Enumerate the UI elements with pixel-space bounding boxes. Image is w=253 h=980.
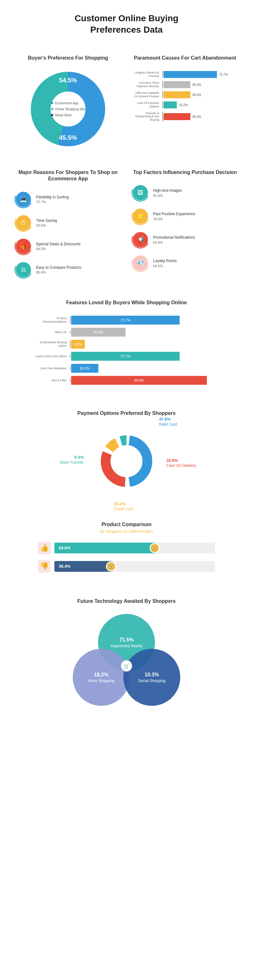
- hbar-label: Product Recommendations: [33, 317, 71, 324]
- icon-row: ⚖Easy to Compare Products36.4%: [16, 262, 120, 277]
- pay-name: Credit Card: [114, 507, 133, 512]
- ring-icon: [12, 188, 35, 211]
- hbar-track: 36.4%: [163, 91, 237, 98]
- hbar-fill: 36.4%: [163, 91, 190, 98]
- payment-section: Payment Options Preferred By Shoppers 47…: [16, 410, 237, 496]
- icon-row: 🖼High-end Images81.8%: [133, 185, 237, 200]
- icon-text: Loyalty Points54.5%: [153, 259, 237, 267]
- hbar-label: Concerns About Payment Security: [133, 81, 163, 88]
- legend-item: Online Shopping Site: [51, 106, 85, 112]
- ring-icon: [129, 181, 152, 204]
- bar-fill: 63.6% 🛒: [54, 542, 157, 554]
- legend-label: Ecommerce App: [55, 100, 78, 106]
- reasons-list: 💻Flexibility in Surfing72.7%⏱Time Saving…: [16, 192, 120, 277]
- venn-circle-social: 10.3% Social Shopping: [123, 649, 180, 706]
- pay-name: Debit Card: [159, 422, 177, 427]
- donut-bot-pct: 45.5%: [59, 134, 77, 142]
- payment-donut-icon: [92, 426, 161, 496]
- icon-row: 📢Promotional Notifications63.6%: [133, 232, 237, 247]
- icon-text: Easy to Compare Products36.4%: [36, 265, 120, 274]
- icon-title: Past Positive Experience: [153, 212, 237, 216]
- venn-label: Augmented Reality: [111, 644, 142, 648]
- hbar-label: Purpose is Researching & Not Buying: [133, 111, 163, 122]
- icon-pct: 76.3%: [153, 217, 237, 221]
- hbar-fill: 72.7%: [71, 316, 180, 325]
- hbar-value: 36.4%: [93, 330, 103, 334]
- feature-icon: ⚖: [16, 262, 31, 277]
- hbar-track: 36.4%: [71, 328, 221, 337]
- bar-value: 63.6%: [59, 546, 71, 550]
- icon-text: Past Positive Experience76.3%: [153, 212, 237, 221]
- pay-pct: 10.2%: [114, 501, 133, 507]
- hbar-row: Wish List36.4%: [33, 328, 221, 337]
- icon-pct: 63.6%: [36, 223, 120, 227]
- hbar-row: Offer Not Available On Desired Product36…: [133, 91, 237, 98]
- donut-top-pct: 54.5%: [59, 77, 77, 84]
- feature-icon: ⏱: [16, 215, 31, 231]
- icon-text: Time Saving63.6%: [36, 218, 120, 227]
- hbar-row: Live Chat Integration18.2%: [33, 364, 221, 373]
- hbar-row: Sort & Filter90.9%: [33, 376, 221, 385]
- hbar-value: 9.1%: [74, 342, 82, 346]
- venn-circle-voice: 18.2% Voice Shopping: [73, 649, 130, 706]
- payment-label-cod: 32.6% Cash On Delivery: [166, 458, 196, 468]
- section-title: Future Technology Awaited By Shoppers: [16, 598, 237, 605]
- icon-row: ⏱Time Saving63.6%: [16, 215, 120, 231]
- comparison-bars: 👍 63.6% 🛒 👎 36.4% 🛒: [38, 542, 215, 573]
- hbar-track: 9.1%: [71, 340, 221, 348]
- hbar-row: Purpose is Researching & Not Buying36.4%: [133, 111, 237, 122]
- hbar-fill: 90.9%: [71, 376, 207, 385]
- payment-label-debit: 47.8% Debit Card: [159, 417, 177, 427]
- feature-icon: 📢: [133, 232, 148, 247]
- pay-pct: 32.6%: [166, 458, 196, 463]
- hbar-track: 18.2%: [71, 364, 221, 373]
- section-subtitle: By Shoppers On Different Sites: [16, 529, 237, 534]
- ring-icon: [12, 212, 35, 234]
- icon-text: High-end Images81.8%: [153, 188, 237, 197]
- abandonment-section: Paramount Causes For Cart Abandonment Le…: [133, 55, 237, 147]
- thumbs-up-icon: 👍: [38, 542, 51, 554]
- hbar-row: Product Recommendations72.7%: [33, 316, 221, 325]
- hbar-track: 72.7%: [71, 316, 221, 325]
- hbar-value: 36.4%: [192, 83, 201, 86]
- legend-dot-icon: [51, 102, 54, 104]
- legend-item: Retail Store: [51, 112, 85, 118]
- feature-icon: ⭐: [133, 208, 148, 224]
- icon-title: Flexibility in Surfing: [36, 195, 120, 199]
- venn-pct: 18.2%: [94, 672, 108, 678]
- ring-icon: [129, 251, 152, 274]
- icon-title: Special Deals & Discounts: [36, 242, 120, 246]
- cart-icon: 🛒: [150, 543, 160, 553]
- comparison-row-down: 👎 36.4% 🛒: [38, 560, 215, 573]
- ring-icon: [12, 258, 35, 281]
- hbar-value: 90.9%: [134, 379, 144, 382]
- hbar-value: 36.4%: [192, 115, 201, 118]
- payment-label-bank: 9.4% Bank Transfer: [60, 455, 84, 465]
- pay-name: Cash On Delivery: [166, 463, 196, 468]
- title-line-2: Preferences Data: [90, 25, 163, 35]
- hbar-value: 18.2%: [80, 366, 90, 370]
- hbar-fill: 9.1%: [71, 340, 85, 348]
- hbar-row: Concerns About Payment Security36.4%: [133, 81, 237, 88]
- icon-pct: 54.5%: [153, 264, 237, 268]
- factors-list: 🖼High-end Images81.8%⭐Past Positive Expe…: [133, 185, 237, 270]
- hbar-row: Lack Of Payment Options18.2%: [133, 102, 237, 108]
- preference-section: Buyer's Preference For Shopping 54.5% 45…: [16, 55, 120, 147]
- venn-label: Social Shopping: [138, 679, 166, 683]
- section-title: Product Comparison: [16, 521, 237, 528]
- icon-title: Promotional Notifications: [153, 235, 237, 240]
- reasons-section: Major Reasons For Shoppers To Shop on Ec…: [16, 169, 120, 278]
- icon-title: Time Saving: [36, 218, 120, 223]
- hbar-row: Social Media Sharing Option9.1%: [33, 340, 221, 348]
- hbar-label: Lengthy Check-Out Process: [133, 71, 163, 78]
- bar-value: 36.4%: [59, 564, 71, 569]
- hbar-fill: 72.7%: [163, 71, 217, 78]
- icon-text: Special Deals & Discounts54.5%: [36, 242, 120, 251]
- feature-icon: 🖼: [133, 185, 148, 200]
- icon-text: Flexibility in Surfing72.7%: [36, 195, 120, 204]
- hbar-label: Lack Of Payment Options: [133, 102, 163, 108]
- future-tech-section: Future Technology Awaited By Shoppers 71…: [16, 598, 237, 710]
- section-title: Top Factors Influencing Purchase Decisio…: [133, 169, 237, 176]
- feature-icon: 💎: [133, 255, 148, 270]
- preference-donut: 54.5% 45.5% Ecommerce App Online Shoppin…: [30, 71, 106, 147]
